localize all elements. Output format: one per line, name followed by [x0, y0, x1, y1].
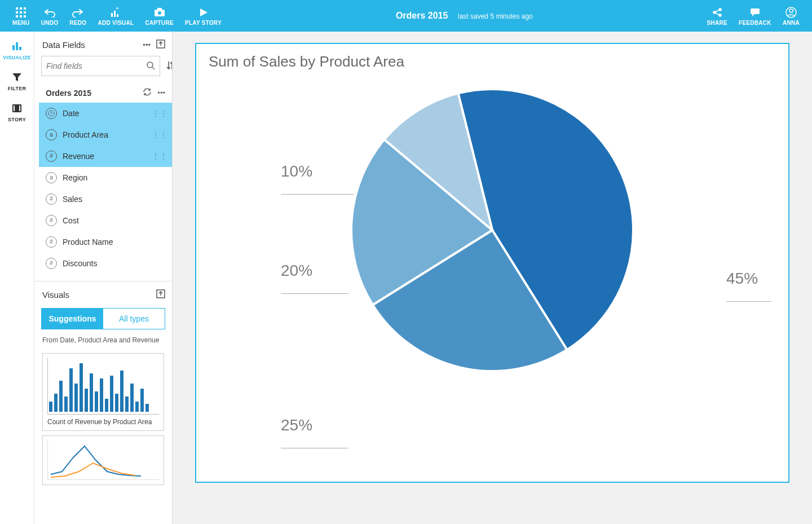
- field-label: Sales: [63, 195, 172, 204]
- field-item[interactable]: #Discounts: [39, 253, 172, 274]
- search-icon: [146, 61, 155, 72]
- redo-icon: [72, 6, 83, 19]
- svg-rect-5: [24, 11, 26, 14]
- rail-filter-label: FILTER: [8, 86, 27, 91]
- rail-visualize[interactable]: VISUALIZE: [3, 41, 31, 60]
- svg-rect-9: [111, 13, 113, 17]
- play-icon: [199, 6, 208, 19]
- svg-rect-32: [19, 105, 20, 111]
- svg-line-21: [716, 13, 719, 15]
- refresh-icon[interactable]: [143, 87, 152, 98]
- add-visual-button[interactable]: + ADD VISUAL: [92, 4, 139, 28]
- svg-rect-3: [16, 11, 18, 14]
- share-button[interactable]: SHARE: [701, 4, 733, 28]
- svg-marker-29: [12, 73, 21, 81]
- canvas-area: Sum of Sales by Product Area 45% 25% 20%…: [173, 32, 812, 524]
- field-label: Cost: [63, 216, 172, 225]
- share-icon: [712, 6, 722, 19]
- svg-rect-15: [157, 8, 162, 10]
- search-fields-box[interactable]: [41, 56, 160, 76]
- svg-point-25: [789, 9, 793, 12]
- tab-suggestions[interactable]: Suggestions: [42, 309, 103, 329]
- drag-handle-icon[interactable]: ⋮⋮: [152, 109, 167, 118]
- svg-point-18: [713, 11, 716, 14]
- upload-visual-icon[interactable]: [156, 289, 165, 300]
- svg-rect-27: [16, 42, 18, 50]
- user-label: ANNA: [783, 20, 800, 26]
- field-item[interactable]: Date⋮⋮: [39, 103, 172, 124]
- thumb-1-label: Count of Revenue by Product Area: [47, 418, 159, 426]
- share-label: SHARE: [707, 20, 727, 26]
- more-icon[interactable]: •••: [143, 41, 151, 49]
- svg-rect-28: [19, 47, 21, 50]
- field-item[interactable]: aRegion: [39, 167, 172, 188]
- svg-rect-1: [20, 7, 22, 10]
- document-title-area: Orders 2015 last saved 5 minutes ago: [227, 11, 701, 21]
- field-type-icon: [46, 108, 57, 119]
- visualization-card[interactable]: Sum of Sales by Product Area 45% 25% 20%…: [195, 43, 789, 483]
- field-item[interactable]: #Revenue⋮⋮: [39, 146, 172, 167]
- visual-suggestion-thumb-1[interactable]: Count of Revenue by Product Area: [42, 353, 164, 431]
- svg-text:+: +: [116, 7, 119, 11]
- undo-button[interactable]: UNDO: [36, 4, 64, 28]
- field-label: Revenue: [63, 152, 152, 161]
- svg-rect-22: [751, 8, 760, 14]
- svg-rect-2: [24, 7, 26, 10]
- rail-story-label: STORY: [8, 117, 26, 122]
- field-item[interactable]: aProduct Area⋮⋮: [39, 124, 172, 146]
- field-type-icon: #: [46, 258, 57, 269]
- search-input[interactable]: [46, 61, 146, 71]
- svg-rect-10: [114, 11, 116, 17]
- grid-menu-icon: [16, 6, 26, 19]
- drag-handle-icon[interactable]: ⋮⋮: [152, 152, 167, 161]
- dataset-more-icon[interactable]: •••: [157, 89, 165, 97]
- field-type-icon: #: [46, 151, 57, 162]
- camera-icon: [154, 6, 165, 19]
- save-status: last saved 5 minutes ago: [458, 12, 533, 20]
- feedback-label: FEEDBACK: [739, 20, 771, 26]
- sort-toggle-icon[interactable]: [166, 60, 173, 72]
- fields-panel: Data Fields ••• Orders 2015 ••• Date⋮⋮aP…: [34, 32, 173, 524]
- svg-rect-0: [16, 7, 18, 10]
- svg-rect-8: [24, 15, 26, 17]
- svg-point-17: [719, 8, 721, 11]
- drag-handle-icon[interactable]: ⋮⋮: [152, 130, 167, 139]
- svg-marker-23: [752, 14, 755, 16]
- field-type-icon: a: [46, 172, 57, 183]
- svg-point-14: [158, 11, 161, 15]
- field-type-icon: #: [46, 236, 57, 248]
- tab-all-types[interactable]: All types: [103, 309, 165, 329]
- rail-story[interactable]: STORY: [8, 104, 26, 122]
- capture-label: CAPTURE: [145, 20, 174, 26]
- fields-list: Date⋮⋮aProduct Area⋮⋮#Revenue⋮⋮aRegion#S…: [34, 103, 172, 274]
- svg-point-19: [719, 14, 721, 16]
- svg-rect-7: [20, 15, 22, 17]
- upload-dataset-icon[interactable]: [156, 39, 165, 50]
- visual-suggestion-thumb-2[interactable]: [42, 435, 164, 485]
- top-toolbar: MENU UNDO REDO + ADD VISUAL CAPTURE PLAY…: [0, 0, 812, 32]
- redo-button[interactable]: REDO: [64, 4, 92, 28]
- field-label: Product Area: [63, 130, 152, 139]
- user-avatar-icon: [785, 6, 797, 19]
- svg-rect-26: [12, 45, 15, 50]
- user-menu-button[interactable]: ANNA: [777, 4, 805, 28]
- rail-filter[interactable]: FILTER: [8, 73, 27, 91]
- svg-rect-31: [14, 105, 15, 111]
- redo-label: REDO: [69, 20, 86, 26]
- play-story-label: PLAY STORY: [185, 20, 222, 26]
- field-item[interactable]: #Cost: [39, 210, 172, 231]
- capture-button[interactable]: CAPTURE: [140, 4, 179, 28]
- field-label: Region: [63, 173, 172, 182]
- field-item[interactable]: #Sales: [39, 188, 172, 210]
- dataset-name[interactable]: Orders 2015: [46, 89, 137, 98]
- menu-button[interactable]: MENU: [7, 4, 36, 28]
- feedback-button[interactable]: FEEDBACK: [733, 4, 777, 28]
- field-label: Date: [63, 109, 152, 118]
- play-story-button[interactable]: PLAY STORY: [179, 4, 227, 28]
- pie-chart: 45% 25% 20% 10%: [196, 83, 788, 482]
- svg-rect-11: [117, 14, 118, 17]
- field-item[interactable]: #Product Name: [39, 231, 172, 253]
- svg-rect-4: [20, 11, 22, 14]
- svg-line-35: [152, 67, 155, 69]
- bar-chart-icon: [11, 41, 23, 52]
